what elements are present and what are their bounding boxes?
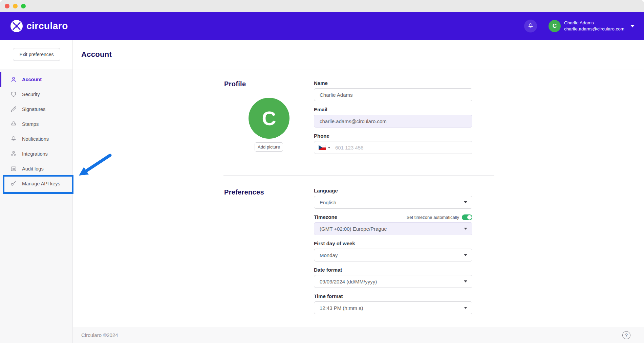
brand-wordmark: circularo: [26, 21, 68, 31]
macos-titlebar: [0, 0, 644, 12]
maximize-window-button[interactable]: [21, 4, 26, 8]
notifications-bell-button[interactable]: [524, 20, 537, 32]
sidebar-item-label: Integrations: [22, 151, 48, 157]
copyright-text: Circularo ©2024: [81, 332, 118, 338]
key-icon: [10, 180, 17, 187]
audit-list-icon: [10, 165, 17, 172]
sidebar-item-notifications[interactable]: Notifications: [0, 132, 72, 146]
minimize-window-button[interactable]: [13, 4, 18, 8]
set-timezone-automatically-label: Set timezone automatically: [407, 215, 459, 220]
sidebar-item-account[interactable]: Account: [0, 72, 72, 87]
czech-flag-icon: [319, 145, 326, 150]
bell-icon: [527, 23, 534, 29]
date-format-value: 09/09/2024 (dd/MM/yyyy): [320, 279, 377, 284]
chevron-down-icon: [464, 228, 467, 230]
chevron-down-icon: [464, 201, 467, 203]
sidebar-item-label: Security: [22, 92, 40, 97]
country-code-selector[interactable]: [319, 145, 330, 150]
language-select[interactable]: English: [314, 196, 472, 209]
sidebar-item-manage-api-keys[interactable]: Manage API keys: [0, 176, 72, 191]
phone-input[interactable]: [314, 141, 472, 154]
sidebar-item-label: Notifications: [22, 136, 49, 142]
sidebar-item-integrations[interactable]: Integrations: [0, 146, 72, 161]
chevron-down-icon: [464, 254, 467, 256]
sidebar-item-audit-logs[interactable]: Audit logs: [0, 161, 72, 176]
sidebar-item-stamps[interactable]: Stamps: [0, 117, 72, 132]
chevron-down-icon: [464, 307, 467, 309]
timezone-value: (GMT +02:00) Europe/Prague: [320, 226, 387, 232]
profile-section-title: Profile: [224, 80, 246, 88]
stamp-icon: [10, 121, 17, 128]
date-format-label: Date format: [314, 267, 472, 273]
email-label: Email: [314, 107, 472, 112]
first-day-of-week-label: First day of week: [314, 241, 472, 246]
language-value: English: [320, 200, 336, 205]
footer: Circularo ©2024 ?: [73, 327, 644, 343]
shield-icon: [10, 91, 17, 98]
sidebar-item-label: Account: [22, 77, 42, 82]
time-format-select[interactable]: 12:43 PM (h:mm a): [314, 301, 472, 314]
phone-label: Phone: [314, 133, 472, 139]
sidebar-item-label: Stamps: [22, 121, 39, 127]
preferences-section-title: Preferences: [224, 188, 264, 196]
user-avatar: C: [549, 20, 561, 32]
sidebar-item-label: Manage API keys: [22, 181, 60, 186]
chevron-down-icon: [464, 280, 467, 282]
help-button[interactable]: ?: [622, 331, 630, 339]
name-input[interactable]: [314, 88, 472, 101]
app-window: circularo C Charlie Adams charlie.adams@…: [0, 0, 644, 343]
section-divider: [223, 175, 494, 176]
profile-avatar: C: [249, 98, 289, 139]
language-label: Language: [314, 188, 472, 193]
user-menu[interactable]: C Charlie Adams charlie.adams@circularo.…: [549, 20, 635, 32]
first-day-of-week-select[interactable]: Monday: [314, 249, 472, 261]
chevron-down-icon: [328, 147, 330, 148]
sidebar-item-signatures[interactable]: Signatures: [0, 102, 72, 117]
brand[interactable]: circularo: [10, 20, 68, 32]
name-label: Name: [314, 80, 472, 86]
sidebar-item-security[interactable]: Security: [0, 87, 72, 102]
circularo-logo-icon: [10, 20, 23, 32]
account-content: Profile C Add picture Name Email Phone: [73, 69, 644, 327]
exit-preferences-button[interactable]: Exit preferences: [13, 48, 60, 61]
user-name: Charlie Adams: [564, 20, 624, 26]
time-format-label: Time format: [314, 293, 472, 299]
timezone-auto-toggle[interactable]: [462, 214, 472, 220]
pen-icon: [10, 106, 17, 113]
first-day-of-week-value: Monday: [320, 252, 338, 258]
main-panel: Account Profile C Add picture Name Email…: [73, 40, 644, 343]
add-picture-button[interactable]: Add picture: [255, 142, 283, 152]
email-input[interactable]: [314, 115, 472, 128]
user-email: charlie.adams@circularo.com: [564, 26, 624, 32]
bell-icon: [10, 136, 17, 142]
chevron-down-icon: [630, 25, 635, 27]
page-title: Account: [81, 50, 112, 59]
sidebar-item-label: Signatures: [22, 107, 45, 112]
preferences-sidebar: Exit preferences Account Security: [0, 40, 73, 343]
app-header: circularo C Charlie Adams charlie.adams@…: [0, 12, 644, 40]
date-format-select[interactable]: 09/09/2024 (dd/MM/yyyy): [314, 275, 472, 288]
sidebar-nav: Account Security Signatures: [0, 69, 72, 191]
sidebar-item-label: Audit logs: [22, 166, 44, 172]
integrations-icon: [10, 151, 17, 157]
time-format-value: 12:43 PM (h:mm a): [320, 305, 363, 311]
user-icon: [10, 76, 17, 83]
close-window-button[interactable]: [5, 4, 9, 8]
timezone-select[interactable]: (GMT +02:00) Europe/Prague: [314, 222, 472, 235]
